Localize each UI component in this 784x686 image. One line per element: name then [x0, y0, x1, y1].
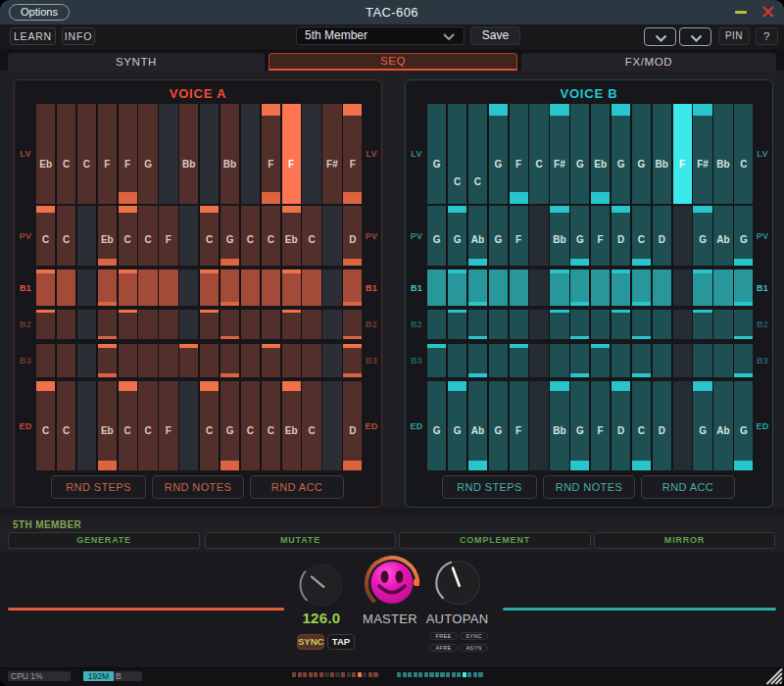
step-cell[interactable]	[632, 270, 651, 306]
step-cell[interactable]: G	[570, 381, 589, 470]
help-button[interactable]: ?	[756, 27, 778, 45]
step-cell[interactable]: D	[653, 206, 671, 266]
step-cell[interactable]	[632, 310, 651, 339]
step-cell[interactable]	[77, 310, 96, 339]
step-cell[interactable]	[550, 310, 568, 339]
step-cell[interactable]: F#	[550, 104, 568, 204]
info-button[interactable]: INFO	[62, 27, 95, 45]
learn-button[interactable]: LEARN	[10, 27, 56, 45]
dropdown-button-1[interactable]	[644, 27, 676, 46]
step-cell[interactable]: C	[468, 104, 487, 204]
step-cell[interactable]	[77, 344, 96, 377]
step-cell[interactable]: Bb	[653, 104, 671, 204]
step-cell[interactable]	[343, 310, 362, 339]
step-cell[interactable]: G	[693, 206, 711, 266]
step-cell[interactable]	[529, 310, 548, 339]
step-cell[interactable]	[119, 310, 137, 339]
autopan-free-button[interactable]: FREE	[429, 632, 458, 640]
step-cell[interactable]: Ab	[468, 381, 487, 470]
mirror-button[interactable]: MIRROR	[594, 532, 775, 549]
step-cell[interactable]	[322, 310, 341, 339]
step-cell[interactable]: F	[262, 104, 280, 204]
step-cell[interactable]	[612, 270, 630, 306]
step-cell[interactable]: Ab	[713, 206, 732, 266]
autopan-asyn-button[interactable]: ASYN	[460, 644, 488, 652]
step-cell[interactable]: C	[200, 206, 219, 266]
step-cell[interactable]	[322, 381, 341, 470]
step-cell[interactable]	[200, 104, 219, 204]
step-cell[interactable]	[448, 310, 466, 339]
step-cell[interactable]: G	[427, 381, 446, 470]
step-cell[interactable]: Ab	[713, 381, 732, 470]
step-cell[interactable]	[57, 310, 75, 339]
sync-button[interactable]: SYNC	[297, 634, 324, 650]
step-cell[interactable]	[570, 310, 589, 339]
step-cell[interactable]: F	[673, 104, 692, 204]
step-cell[interactable]	[448, 344, 466, 377]
step-cell[interactable]: G	[734, 206, 753, 266]
step-cell[interactable]: G	[138, 104, 157, 204]
step-cell[interactable]	[159, 310, 177, 339]
step-cell[interactable]	[713, 310, 732, 339]
minimize-icon[interactable]	[735, 11, 747, 14]
step-cell[interactable]: C	[138, 381, 157, 470]
step-cell[interactable]: F	[510, 381, 528, 470]
step-cell[interactable]: D	[653, 381, 671, 470]
step-cell[interactable]: D	[343, 206, 362, 266]
step-cell[interactable]: F	[119, 104, 137, 204]
step-cell[interactable]	[302, 270, 320, 306]
step-cell[interactable]: Bb	[550, 206, 568, 266]
step-cell[interactable]: G	[489, 206, 508, 266]
tempo-knob[interactable]	[298, 562, 345, 609]
step-cell[interactable]	[241, 104, 260, 204]
step-cell[interactable]: C	[632, 381, 651, 470]
autopan-knob[interactable]	[434, 559, 482, 607]
step-cell[interactable]	[282, 344, 301, 377]
rnd-acc-button-b[interactable]: RND ACC	[641, 475, 735, 499]
step-cell[interactable]	[98, 310, 117, 339]
step-cell[interactable]	[693, 310, 711, 339]
step-cell[interactable]	[200, 344, 219, 377]
autopan-sync-button[interactable]: SYNC	[460, 632, 488, 640]
step-cell[interactable]	[322, 206, 341, 266]
step-cell[interactable]	[36, 344, 55, 377]
step-cell[interactable]: G	[220, 206, 239, 266]
generate-button[interactable]: GENERATE	[8, 532, 200, 549]
step-cell[interactable]: C	[36, 206, 55, 266]
step-cell[interactable]	[77, 206, 96, 266]
step-cell[interactable]	[98, 344, 117, 377]
step-cell[interactable]: G	[612, 104, 630, 204]
step-cell[interactable]	[302, 344, 320, 377]
step-cell[interactable]: C	[57, 206, 75, 266]
step-cell[interactable]	[673, 310, 692, 339]
step-cell[interactable]: F	[591, 206, 610, 266]
step-cell[interactable]	[220, 270, 239, 306]
step-cell[interactable]	[612, 344, 630, 377]
rnd-steps-button-a[interactable]: RND STEPS	[51, 475, 146, 499]
step-cell[interactable]	[632, 344, 651, 377]
step-cell[interactable]	[734, 310, 753, 339]
step-cell[interactable]: F#	[693, 104, 711, 204]
step-cell[interactable]	[693, 270, 711, 306]
step-cell[interactable]	[448, 270, 466, 306]
step-cell[interactable]	[468, 344, 487, 377]
step-cell[interactable]: Eb	[282, 206, 301, 266]
step-cell[interactable]	[653, 310, 671, 339]
step-cell[interactable]: Eb	[591, 104, 610, 204]
step-cell[interactable]: Bb	[179, 104, 198, 204]
step-cell[interactable]	[591, 270, 610, 306]
step-cell[interactable]: Eb	[282, 381, 301, 470]
step-cell[interactable]: G	[570, 206, 589, 266]
tab-fxmod[interactable]: FX/MOD	[521, 53, 776, 71]
step-cell[interactable]: C	[57, 381, 75, 470]
step-cell[interactable]	[98, 270, 117, 306]
step-cell[interactable]	[427, 344, 446, 377]
step-cell[interactable]	[262, 270, 280, 306]
step-cell[interactable]: F	[98, 104, 117, 204]
rnd-notes-button-b[interactable]: RND NOTES	[543, 475, 635, 499]
step-cell[interactable]	[570, 270, 589, 306]
step-cell[interactable]	[612, 310, 630, 339]
step-cell[interactable]	[262, 344, 280, 377]
step-cell[interactable]: C	[138, 206, 157, 266]
step-cell[interactable]	[179, 381, 198, 470]
